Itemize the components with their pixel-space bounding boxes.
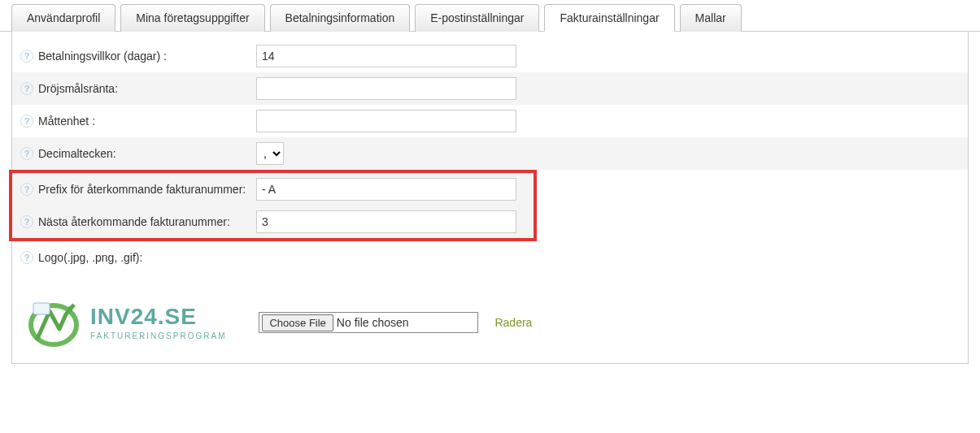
tabs-bar: Användarprofil Mina företagsuppgifter Be… [0, 0, 980, 32]
input-prefix[interactable] [256, 178, 516, 201]
label-prefix: Prefix för återkommande fakturanummer: [38, 182, 256, 197]
input-payment-terms[interactable] [256, 45, 516, 67]
help-icon[interactable]: ? [20, 215, 33, 228]
label-next-number: Nästa återkommande fakturanummer: [38, 214, 256, 229]
tab-company-info[interactable]: Mina företagsuppgifter [120, 4, 264, 32]
input-next-number[interactable] [256, 210, 516, 233]
svg-rect-2 [33, 303, 50, 314]
logo-icon [25, 298, 82, 347]
label-decimal-separator: Decimaltecken: [38, 146, 256, 161]
row-payment-terms: ? Betalningsvillkor (dagar) : [12, 40, 968, 72]
choose-file-button[interactable]: Choose File [262, 314, 333, 331]
logo-subtitle: FAKTURERINGSPROGRAM [90, 331, 226, 340]
label-payment-terms: Betalningsvillkor (dagar) : [38, 49, 256, 63]
form-panel: ? Betalningsvillkor (dagar) : ? Dröjsmål… [11, 32, 969, 364]
help-icon[interactable]: ? [20, 251, 33, 264]
row-late-interest: ? Dröjsmålsränta: [12, 72, 968, 105]
row-logo-upload: INV24.SE FAKTURERINGSPROGRAM Choose File… [12, 274, 968, 355]
file-status-text: No file chosen [337, 316, 417, 329]
label-late-interest: Dröjsmålsränta: [38, 81, 256, 96]
file-input-widget[interactable]: Choose File No file chosen [259, 312, 478, 333]
row-logo-label: ? Logo(.jpg, .png, .gif): [12, 241, 968, 274]
input-late-interest[interactable] [256, 77, 516, 100]
tab-email-settings[interactable]: E-postinställningar [415, 4, 539, 32]
row-unit: ? Måttenhet : [12, 105, 968, 137]
highlighted-section: ? Prefix för återkommande fakturanummer:… [9, 170, 537, 241]
logo-title: INV24.SE [90, 305, 226, 328]
help-icon[interactable]: ? [20, 82, 33, 95]
help-icon[interactable]: ? [20, 183, 33, 196]
input-unit[interactable] [256, 110, 516, 132]
tab-invoice-settings[interactable]: Fakturainställningar [544, 4, 674, 32]
label-unit: Måttenhet : [38, 114, 256, 128]
tab-payment-info[interactable]: Betalningsinformation [270, 4, 411, 32]
help-icon[interactable]: ? [20, 50, 33, 63]
logo-preview: INV24.SE FAKTURERINGSPROGRAM [25, 298, 226, 347]
tab-user-profile[interactable]: Användarprofil [11, 4, 115, 32]
label-logo: Logo(.jpg, .png, .gif): [38, 250, 256, 265]
tab-templates[interactable]: Mallar [680, 4, 742, 32]
row-decimal-separator: ? Decimaltecken: , [12, 137, 968, 170]
help-icon[interactable]: ? [20, 147, 33, 160]
select-decimal-separator[interactable]: , [256, 142, 284, 165]
delete-logo-link[interactable]: Radera [494, 316, 532, 329]
row-prefix: ? Prefix för återkommande fakturanummer: [12, 173, 534, 206]
help-icon[interactable]: ? [20, 115, 33, 128]
row-next-number: ? Nästa återkommande fakturanummer: [12, 206, 534, 238]
